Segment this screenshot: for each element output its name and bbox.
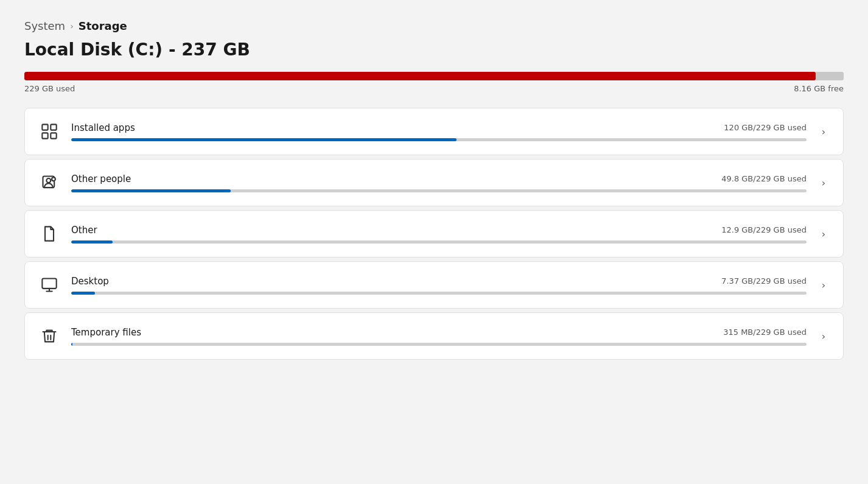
item-label-temporary-files: Temporary files bbox=[71, 327, 141, 338]
item-bar-fill-other bbox=[71, 240, 113, 244]
svg-rect-2 bbox=[42, 133, 47, 138]
item-size-other-people: 49.8 GB/229 GB used bbox=[721, 174, 807, 183]
svg-rect-0 bbox=[42, 124, 47, 130]
breadcrumb-chevron-icon: › bbox=[70, 21, 74, 31]
disk-usage-bar bbox=[24, 72, 844, 80]
item-label-desktop: Desktop bbox=[71, 276, 109, 287]
disk-used-label: 229 GB used bbox=[24, 84, 75, 93]
item-bar-track-temporary-files bbox=[71, 343, 807, 346]
disk-used-fill bbox=[24, 72, 816, 80]
svg-point-6 bbox=[52, 177, 55, 181]
file-icon bbox=[37, 222, 61, 246]
item-content-desktop: Desktop 7.37 GB/229 GB used bbox=[71, 276, 807, 295]
item-size-desktop: 7.37 GB/229 GB used bbox=[721, 276, 807, 286]
svg-rect-1 bbox=[51, 124, 56, 130]
item-content-other: Other 12.9 GB/229 GB used bbox=[71, 225, 807, 244]
item-header-other-people: Other people 49.8 GB/229 GB used bbox=[71, 174, 807, 184]
storage-item-installed-apps[interactable]: Installed apps 120 GB/229 GB used › bbox=[24, 108, 844, 155]
apps-icon bbox=[37, 119, 61, 144]
disk-free-label: 8.16 GB free bbox=[794, 84, 844, 93]
item-bar-track-desktop bbox=[71, 292, 807, 295]
item-content-temporary-files: Temporary files 315 MB/229 GB used bbox=[71, 327, 807, 346]
item-label-other-people: Other people bbox=[71, 174, 131, 184]
storage-item-temporary-files[interactable]: Temporary files 315 MB/229 GB used › bbox=[24, 312, 844, 360]
item-bar-fill-other-people bbox=[71, 189, 231, 192]
storage-item-other-people[interactable]: Other people 49.8 GB/229 GB used › bbox=[24, 159, 844, 206]
svg-point-5 bbox=[46, 178, 51, 183]
item-bar-track-other bbox=[71, 240, 807, 244]
breadcrumb-system[interactable]: System bbox=[24, 19, 65, 32]
breadcrumb: System › Storage bbox=[24, 19, 844, 32]
item-header-desktop: Desktop 7.37 GB/229 GB used bbox=[71, 276, 807, 287]
item-label-installed-apps: Installed apps bbox=[71, 122, 135, 133]
item-header-other: Other 12.9 GB/229 GB used bbox=[71, 225, 807, 236]
item-content-installed-apps: Installed apps 120 GB/229 GB used bbox=[71, 122, 807, 141]
item-bar-track-installed-apps bbox=[71, 138, 807, 141]
page-title: Local Disk (C:) - 237 GB bbox=[24, 40, 844, 60]
svg-rect-3 bbox=[51, 133, 56, 138]
storage-item-other[interactable]: Other 12.9 GB/229 GB used › bbox=[24, 210, 844, 258]
disk-labels: 229 GB used 8.16 GB free bbox=[24, 84, 844, 93]
breadcrumb-storage: Storage bbox=[79, 19, 127, 32]
people-icon bbox=[37, 170, 61, 195]
item-chevron-icon-other-people: › bbox=[816, 175, 831, 190]
item-chevron-icon-temporary-files: › bbox=[816, 329, 831, 343]
item-size-temporary-files: 315 MB/229 GB used bbox=[723, 328, 807, 337]
item-chevron-icon-installed-apps: › bbox=[816, 124, 831, 139]
item-bar-fill-temporary-files bbox=[71, 343, 72, 346]
storage-item-desktop[interactable]: Desktop 7.37 GB/229 GB used › bbox=[24, 261, 844, 309]
item-chevron-icon-other: › bbox=[816, 226, 831, 241]
desktop-icon bbox=[37, 273, 61, 297]
svg-rect-7 bbox=[42, 279, 56, 289]
item-label-other: Other bbox=[71, 225, 97, 236]
item-header-temporary-files: Temporary files 315 MB/229 GB used bbox=[71, 327, 807, 338]
item-chevron-icon-desktop: › bbox=[816, 278, 831, 292]
item-bar-fill-installed-apps bbox=[71, 138, 457, 141]
item-bar-track-other-people bbox=[71, 189, 807, 192]
storage-items-list: Installed apps 120 GB/229 GB used › Othe… bbox=[24, 108, 844, 363]
item-content-other-people: Other people 49.8 GB/229 GB used bbox=[71, 174, 807, 192]
item-size-other: 12.9 GB/229 GB used bbox=[721, 225, 807, 234]
trash-icon bbox=[37, 324, 61, 348]
item-size-installed-apps: 120 GB/229 GB used bbox=[724, 123, 807, 132]
item-bar-fill-desktop bbox=[71, 292, 95, 295]
item-header-installed-apps: Installed apps 120 GB/229 GB used bbox=[71, 122, 807, 133]
